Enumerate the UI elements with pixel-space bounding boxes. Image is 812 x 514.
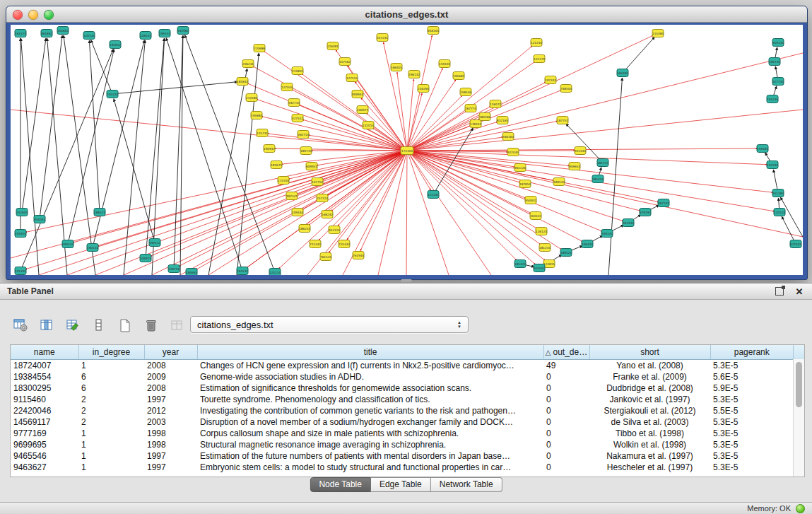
graph-node[interactable]: 725443 <box>339 240 350 248</box>
table-cell[interactable]: 1 <box>78 439 144 450</box>
table-cell[interactable]: 0 <box>543 428 589 439</box>
graph-node[interactable]: 189733 <box>300 147 312 155</box>
table-cell[interactable]: 2012 <box>144 405 197 416</box>
graph-node[interactable]: 166401 <box>391 64 402 71</box>
table-cell[interactable]: 1997 <box>144 462 197 473</box>
delete-table-button[interactable] <box>142 316 160 334</box>
graph-node[interactable]: 189735 <box>769 58 780 66</box>
table-cell[interactable]: 9777169 <box>11 428 78 439</box>
graph-node[interactable]: 187751 <box>557 117 568 124</box>
graph-node[interactable]: 159435 <box>439 60 450 68</box>
graph-node[interactable]: 190947 <box>264 145 275 153</box>
table-cell[interactable]: 5.3E-5 <box>710 462 793 473</box>
table-cell[interactable]: 18724007 <box>11 360 78 372</box>
table-cell[interactable]: 5.9E-5 <box>710 382 793 394</box>
graph-node[interactable]: 557231 <box>377 34 388 42</box>
graph-node[interactable]: 961862 <box>41 30 52 37</box>
graph-node[interactable]: 832165 <box>497 117 508 124</box>
graph-node[interactable]: 181843 <box>237 78 248 86</box>
graph-node[interactable]: 226081 <box>327 42 339 50</box>
table-cell[interactable]: Stergiakouli et al. (2012) <box>589 405 710 416</box>
close-panel-button[interactable]: ✕ <box>794 286 805 297</box>
graph-node[interactable]: 206241 <box>242 60 254 68</box>
graph-node[interactable]: 303422 <box>530 212 541 220</box>
graph-node[interactable]: 961226 <box>514 164 526 172</box>
graph-node[interactable]: 199243 <box>159 30 170 37</box>
table-cell[interactable]: Disruption of a novel member of a sodium… <box>197 416 543 428</box>
float-panel-button[interactable] <box>774 286 785 297</box>
graph-node[interactable]: 124124 <box>269 269 281 276</box>
column-header-name[interactable]: name <box>11 345 78 360</box>
table-row[interactable]: 946362711997Embryonic stem cells: a mode… <box>11 462 793 473</box>
graph-node[interactable]: 967191 <box>658 199 669 207</box>
table-cell[interactable]: 1 <box>78 462 144 473</box>
graph-node[interactable]: 158546 <box>460 88 471 96</box>
table-cell[interactable]: 0 <box>543 439 589 450</box>
table-cell[interactable]: 5.3E-5 <box>710 416 793 428</box>
tab-network-table[interactable]: Network Table <box>431 477 502 492</box>
graph-node[interactable]: 109973 <box>140 255 151 262</box>
graph-node[interactable]: 159581 <box>757 145 768 153</box>
table-cell[interactable]: Wolkin et al. (1998) <box>589 439 710 450</box>
graph-node[interactable]: 943962 <box>177 27 189 35</box>
table-cell[interactable]: 2 <box>78 416 144 428</box>
table-row[interactable]: 1830029562008Estimation of significance … <box>11 382 793 394</box>
network-selector[interactable]: citations_edges.txt ▲▼ <box>190 316 469 333</box>
table-cell[interactable]: 2003 <box>144 416 197 428</box>
graph-node[interactable]: 185422 <box>514 260 526 268</box>
graph-node[interactable]: 949143 <box>601 230 613 238</box>
graph-node[interactable]: 191392 <box>15 267 26 275</box>
table-mode-button[interactable] <box>11 316 30 334</box>
column-header-title[interactable]: title <box>197 345 543 360</box>
column-header-short[interactable]: short <box>589 345 710 360</box>
table-cell[interactable]: 1997 <box>144 450 197 462</box>
table-cell[interactable]: Corpus callosum shape and size in male p… <box>197 428 543 439</box>
graph-node[interactable]: 909944 <box>352 90 363 98</box>
table-cell[interactable]: 0 <box>543 462 589 473</box>
table-row[interactable]: 969969511998Structural magnetic resonanc… <box>11 439 793 450</box>
close-button[interactable] <box>13 10 23 20</box>
new-table-button[interactable] <box>116 316 134 334</box>
graph-node[interactable]: 197343 <box>545 76 556 84</box>
graph-node[interactable]: 181253 <box>597 159 608 167</box>
table-cell[interactable]: 9465546 <box>11 450 78 462</box>
graph-node[interactable]: 924502 <box>534 264 545 272</box>
table-cell[interactable]: 2008 <box>144 360 197 372</box>
column-header-out_de[interactable]: △out_de… <box>543 345 589 360</box>
graph-node[interactable]: 132014 <box>363 122 374 129</box>
graph-node[interactable]: 109444 <box>292 209 303 216</box>
graph-node[interactable]: 121244 <box>531 39 542 47</box>
table-cell[interactable]: Franke et al. (2009) <box>589 371 710 382</box>
graph-node[interactable]: 679192 <box>640 209 651 216</box>
table-cell[interactable]: 5.3E-5 <box>710 360 793 372</box>
graph-node[interactable]: 151345 <box>428 191 439 199</box>
table-cell[interactable]: 1 <box>78 450 144 462</box>
table-cell[interactable]: 1997 <box>144 394 197 405</box>
graph-node[interactable]: 104803 <box>57 27 69 35</box>
graph-node[interactable]: 590512 <box>149 239 160 247</box>
column-header-year[interactable]: year <box>144 345 197 360</box>
vertical-scrollbar[interactable] <box>793 359 804 477</box>
table-cell[interactable]: 1998 <box>144 428 197 439</box>
table-cell[interactable]: 9463627 <box>11 462 78 473</box>
graph-node[interactable]: 107752 <box>312 178 323 186</box>
table-cell[interactable]: Yano et al. (2008) <box>589 360 710 372</box>
table-cell[interactable]: Structural magnetic resonance image aver… <box>197 439 543 450</box>
graph-node[interactable]: 125731 <box>257 129 268 137</box>
graph-node[interactable]: 122170 <box>534 55 545 63</box>
table-cell[interactable]: 1 <box>78 428 144 439</box>
table-cell[interactable]: de Silva et al. (2003) <box>589 416 710 428</box>
graph-node[interactable]: 961934 <box>623 219 634 227</box>
graph-node[interactable]: 106432 <box>582 240 593 248</box>
tab-node-table[interactable]: Node Table <box>310 477 371 492</box>
graph-node[interactable]: 180366 <box>479 113 490 121</box>
edit-columns-button[interactable] <box>64 316 82 334</box>
table-cell[interactable]: 5.3E-5 <box>710 450 793 462</box>
graph-node[interactable]: 220686 <box>254 45 265 52</box>
graph-node[interactable]: 172404 <box>401 147 413 155</box>
table-row[interactable]: 977716911998Corpus callosum shape and si… <box>11 428 793 439</box>
graph-node[interactable]: 257113 <box>317 194 328 202</box>
table-cell[interactable]: 5.5E-5 <box>710 405 793 416</box>
table-cell[interactable]: 5.3E-5 <box>710 439 793 450</box>
graph-node[interactable]: 161573 <box>15 30 26 37</box>
